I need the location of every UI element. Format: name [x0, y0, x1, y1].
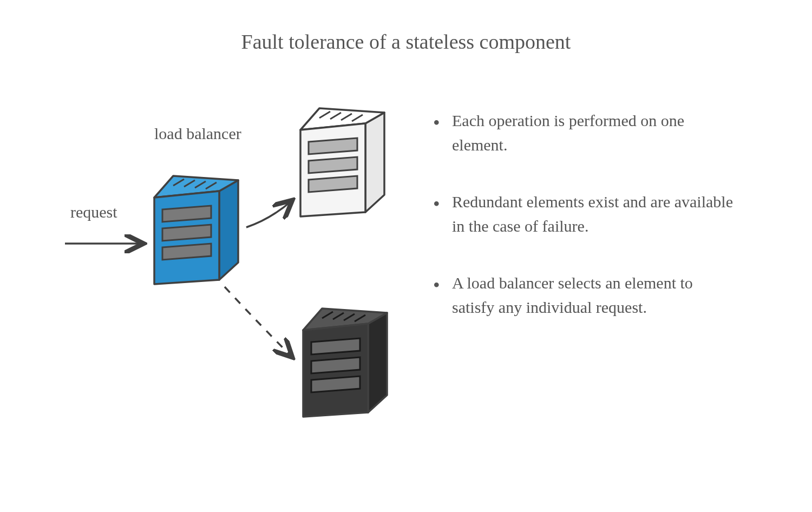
diagram-title: Fault tolerance of a stateless component: [0, 30, 812, 54]
label-request: request: [70, 203, 117, 221]
white-server-icon: [300, 108, 384, 216]
black-server-icon: [303, 308, 387, 417]
list-item: Each operation is performed on one eleme…: [433, 108, 736, 157]
arrow-to-black-server: [225, 287, 292, 357]
label-load-balancer: load balancer: [154, 124, 241, 143]
diagram-canvas: load balancer request: [54, 92, 433, 444]
bullet-list: Each operation is performed on one eleme…: [433, 108, 736, 352]
list-item: A load balancer selects an element to sa…: [433, 271, 736, 319]
arrow-to-white-server: [246, 200, 292, 227]
load-balancer-server-icon: [154, 176, 238, 284]
list-item: Redundant elements exist and are availab…: [433, 189, 736, 238]
diagram-svg: [54, 92, 433, 444]
